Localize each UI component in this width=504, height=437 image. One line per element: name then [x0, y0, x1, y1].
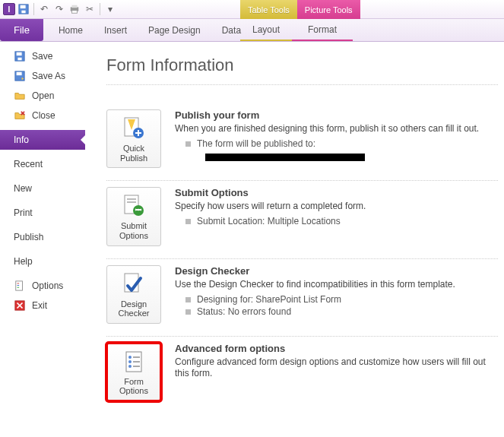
exit-icon: [14, 299, 26, 312]
context-tab-picture-tools: Picture Tools: [297, 0, 360, 19]
section-desc: Configure advanced form design options a…: [175, 356, 498, 379]
section-desc: When you are finished designing this for…: [175, 123, 498, 135]
sidebar-recent[interactable]: Recent: [0, 154, 85, 174]
sidebar-exit[interactable]: Exit: [0, 296, 85, 315]
bigbtn-label: Form Options: [109, 377, 159, 396]
sidebar-item-label: Info: [14, 135, 29, 145]
section-desc: Specify how users will return a complete…: [175, 201, 498, 212]
sidebar-save-as[interactable]: Save As: [0, 66, 85, 86]
bullet-text: Status: No errors found: [197, 306, 291, 318]
tab-page-design[interactable]: Page Design: [138, 19, 211, 41]
app-icon[interactable]: I: [3, 3, 15, 15]
sidebar-save[interactable]: Save: [0, 46, 85, 66]
section-advanced: Form Options Advanced form options Confi…: [106, 337, 498, 413]
options-icon: [14, 280, 26, 292]
tab-file[interactable]: File: [0, 19, 43, 41]
active-notch-icon: [81, 135, 85, 144]
save-icon[interactable]: [17, 2, 30, 16]
submit-options-button[interactable]: Submit Options: [106, 187, 161, 245]
sidebar-info[interactable]: Info: [0, 130, 85, 150]
sidebar-new[interactable]: New: [0, 179, 85, 198]
svg-rect-5: [72, 11, 78, 14]
sidebar-help[interactable]: Help: [0, 252, 85, 271]
bullet-icon: [185, 219, 191, 224]
section-title: Design Checker: [175, 265, 498, 277]
svg-point-33: [128, 365, 132, 368]
svg-point-29: [128, 356, 132, 359]
svg-rect-1: [21, 5, 26, 8]
bullet-text: Designing for: SharePoint List Form: [197, 293, 341, 306]
sidebar-item-label: Save As: [32, 71, 65, 81]
redo-icon[interactable]: ↷: [52, 2, 66, 16]
submit-options-icon: [122, 194, 146, 218]
context-tab-table-tools: Table Tools: [240, 0, 297, 19]
svg-rect-2: [21, 11, 25, 14]
section-title: Advanced form options: [175, 343, 498, 354]
form-options-icon: [122, 350, 146, 374]
contextual-tab-group: Table Tools Picture Tools: [240, 0, 360, 19]
open-icon: [14, 90, 26, 102]
svg-rect-30: [133, 356, 140, 358]
svg-rect-34: [133, 366, 140, 367]
sidebar-item-label: New: [14, 183, 32, 194]
print-icon[interactable]: [68, 2, 81, 16]
page-title: Form Information: [106, 55, 498, 85]
tab-home[interactable]: Home: [48, 19, 94, 41]
bullet-text: Submit Location: Multiple Locations: [197, 215, 341, 228]
svg-rect-32: [133, 361, 140, 363]
sidebar-item-label: Publish: [14, 232, 43, 242]
svg-rect-15: [17, 285, 20, 286]
save-as-icon: [14, 70, 26, 82]
svg-rect-8: [17, 58, 21, 61]
section-publish: Quick Publish Publish your form When you…: [106, 103, 498, 181]
backstage-sidebar: Save Save As Open Close Info Recent New: [0, 42, 85, 437]
svg-rect-16: [17, 287, 20, 288]
sidebar-item-label: Exit: [32, 300, 47, 311]
section-title: Publish your form: [175, 109, 498, 121]
svg-point-31: [128, 360, 132, 363]
section-design-checker: Design Checker Design Checker Use the De…: [106, 259, 498, 337]
close-icon: [14, 109, 26, 122]
bigbtn-label: Design Checker: [109, 299, 159, 318]
sidebar-publish[interactable]: Publish: [0, 227, 85, 247]
title-bar: I ↶ ↷ ✂ ▾ Table Tools Picture Tools: [0, 0, 504, 19]
bullet-icon: [185, 297, 191, 302]
ribbon-tabs: File Home Insert Page Design Data Layout…: [0, 19, 504, 42]
tab-insert[interactable]: Insert: [94, 19, 138, 41]
bullet-icon: [185, 141, 191, 147]
backstage-content: Form Information Quick Publish Publish y…: [85, 42, 504, 437]
section-submit: Submit Options Submit Options Specify ho…: [106, 181, 498, 258]
sidebar-print[interactable]: Print: [0, 203, 85, 223]
subtab-format[interactable]: Format: [292, 19, 353, 41]
design-checker-button[interactable]: Design Checker: [106, 265, 161, 324]
bullet-text: The form will be published to:: [197, 138, 315, 150]
svg-rect-7: [17, 52, 22, 55]
bullet-icon: [185, 309, 191, 315]
quick-publish-button[interactable]: Quick Publish: [106, 109, 161, 168]
section-title: Submit Options: [175, 187, 498, 198]
sidebar-item-label: Recent: [14, 159, 43, 169]
sidebar-close[interactable]: Close: [0, 106, 85, 125]
undo-icon[interactable]: ↶: [37, 2, 51, 16]
svg-rect-4: [72, 5, 78, 8]
bigbtn-label: Quick Publish: [109, 144, 159, 163]
save-icon: [14, 50, 26, 62]
svg-rect-14: [17, 283, 20, 284]
svg-rect-24: [127, 198, 136, 200]
cut-icon[interactable]: ✂: [83, 2, 97, 16]
quick-publish-icon: [122, 116, 146, 141]
sidebar-item-label: Print: [14, 207, 33, 218]
subtab-layout[interactable]: Layout: [240, 19, 292, 41]
redacted-url: [205, 154, 365, 161]
svg-rect-10: [17, 72, 22, 75]
qat-customize-icon[interactable]: ▾: [103, 2, 117, 16]
sidebar-item-label: Open: [32, 90, 54, 101]
sidebar-item-label: Save: [32, 51, 52, 62]
design-checker-icon: [122, 272, 146, 296]
form-options-button[interactable]: Form Options: [106, 343, 161, 401]
sidebar-item-label: Options: [32, 280, 63, 291]
sidebar-options[interactable]: Options: [0, 276, 85, 296]
section-desc: Use the Design Checker to find incompati…: [175, 279, 498, 290]
sidebar-item-label: Close: [32, 110, 55, 121]
sidebar-open[interactable]: Open: [0, 86, 85, 106]
